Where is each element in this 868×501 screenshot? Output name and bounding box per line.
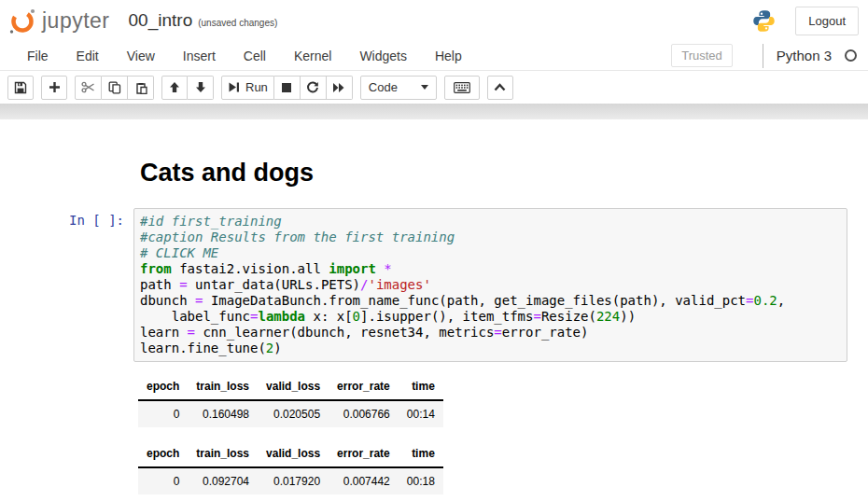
code-line: #caption Results from the first training: [140, 230, 841, 245]
run-label: Run: [245, 80, 268, 94]
run-cell-button[interactable]: Run: [221, 76, 274, 100]
menu-item-file[interactable]: File: [13, 41, 63, 70]
table-cell: 1: [138, 494, 188, 501]
table-cell: 0.027785: [188, 494, 258, 501]
table-row: 00.0927040.0179200.00744200:18: [138, 467, 443, 494]
chevron-up-icon: [494, 83, 506, 91]
code-line: label_func=lambda x: x[0].isupper(), ite…: [140, 309, 841, 325]
command-palette-button[interactable]: [444, 76, 480, 100]
code-line: dbunch = ImageDataBunch.from_name_func(p…: [140, 293, 841, 309]
menu-item-help[interactable]: Help: [421, 41, 476, 70]
keyboard-icon: [454, 82, 470, 93]
arrow-up-icon: [169, 81, 180, 93]
step-forward-icon: [228, 81, 240, 93]
interrupt-kernel-button[interactable]: [274, 76, 301, 100]
cut-cell-button[interactable]: [75, 76, 102, 100]
training-results-table: epochtrain_lossvalid_losserror_ratetime0…: [138, 440, 443, 501]
toolbar: Run Code: [0, 71, 868, 104]
column-header: train_loss: [188, 373, 258, 400]
notebook-title[interactable]: 00_intro: [129, 10, 193, 31]
kernel-name: Python 3: [777, 48, 832, 63]
code-editor[interactable]: #id first_training#caption Results from …: [133, 208, 847, 362]
menu-bar: FileEditViewInsertCellKernelWidgetsHelp …: [0, 41, 868, 71]
table-cell: 00:18: [399, 494, 443, 501]
cell-type-value: Code: [369, 80, 398, 94]
restart-icon: [306, 81, 319, 94]
code-line: from fastai2.vision.all import *: [140, 261, 841, 277]
trusted-badge[interactable]: Trusted: [671, 44, 733, 67]
column-header: valid_loss: [258, 440, 329, 467]
markdown-heading: Cats and dogs: [140, 159, 868, 188]
code-cell: In [ ]: #id first_training#caption Resul…: [0, 208, 868, 362]
toggle-toolbar-button[interactable]: [487, 76, 513, 100]
code-line: learn = cnn_learner(dbunch, resnet34, me…: [140, 325, 841, 341]
table-cell: 00:18: [399, 467, 443, 494]
logout-button[interactable]: Logout: [795, 7, 859, 35]
column-header: time: [399, 373, 443, 400]
cell-type-dropdown[interactable]: Code: [360, 76, 437, 100]
column-header: epoch: [138, 440, 188, 467]
notebook-header: jupyter 00_intro (unsaved changes) Logou…: [0, 0, 868, 41]
training-results-table: epochtrain_lossvalid_losserror_ratetime0…: [138, 373, 443, 427]
notebook-container: Cats and dogs In [ ]: #id first_training…: [0, 119, 868, 501]
table-cell: 0.092704: [188, 467, 258, 494]
menu-item-view[interactable]: View: [113, 41, 169, 70]
restart-run-all-button[interactable]: [327, 76, 353, 100]
move-cell-down-button[interactable]: [188, 76, 214, 100]
menu-item-edit[interactable]: Edit: [63, 41, 113, 70]
code-line: learn.fine_tune(2): [140, 341, 841, 356]
code-line: # CLICK ME: [140, 245, 841, 261]
caret-down-icon: [421, 85, 428, 90]
menu-divider: [763, 44, 763, 68]
table-cell: 0: [138, 400, 188, 427]
table-cell: 0: [138, 467, 188, 494]
save-icon: [14, 81, 27, 94]
menu-item-kernel[interactable]: Kernel: [280, 41, 345, 70]
column-header: epoch: [138, 373, 188, 400]
arrow-down-icon: [195, 81, 206, 93]
save-button[interactable]: [7, 76, 34, 100]
jupyter-logo-text: jupyter: [42, 8, 110, 34]
insert-cell-button[interactable]: [41, 76, 67, 100]
paste-cell-button[interactable]: [128, 76, 154, 100]
column-header: time: [399, 440, 443, 467]
menu-item-widgets[interactable]: Widgets: [345, 41, 421, 70]
column-header: error_rate: [329, 373, 399, 400]
kernel-idle-indicator: [845, 49, 857, 62]
jupyter-logo-icon: [7, 6, 37, 35]
copy-cell-button[interactable]: [102, 76, 128, 100]
table-cell: 0.017920: [258, 467, 329, 494]
menu-items: FileEditViewInsertCellKernelWidgetsHelp: [13, 41, 476, 70]
input-prompt: In [ ]:: [0, 208, 133, 362]
table-row: 00.1604980.0205050.00676600:14: [138, 400, 443, 427]
column-header: train_loss: [188, 440, 258, 467]
scissors-icon: [81, 81, 95, 93]
table-cell: 0.012449: [258, 494, 329, 501]
header-shadow-band: [0, 104, 868, 119]
code-line: path = untar_data(URLs.PETS)/'images': [140, 277, 841, 293]
markdown-cell[interactable]: Cats and dogs: [0, 119, 868, 188]
paste-icon: [134, 81, 147, 94]
plus-icon: [49, 81, 61, 93]
output-area: epochtrain_lossvalid_losserror_ratetime0…: [0, 362, 868, 501]
code-line: #id first_training: [140, 214, 841, 230]
table-row: 10.0277850.0124490.00541300:18: [138, 494, 443, 501]
table-cell: 00:14: [399, 400, 443, 427]
copy-icon: [108, 81, 121, 94]
table-cell: 0.006766: [329, 400, 399, 427]
menu-item-cell[interactable]: Cell: [230, 41, 280, 70]
jupyter-logo[interactable]: jupyter: [7, 6, 110, 35]
restart-kernel-button[interactable]: [301, 76, 327, 100]
table-cell: 0.007442: [329, 467, 399, 494]
checkpoint-status: (unsaved changes): [198, 18, 277, 28]
table-cell: 0.160498: [188, 400, 258, 427]
column-header: error_rate: [329, 440, 399, 467]
column-header: valid_loss: [258, 373, 329, 400]
python-kernel-icon: [751, 8, 777, 34]
menu-item-insert[interactable]: Insert: [169, 41, 230, 70]
stop-icon: [281, 82, 292, 93]
table-cell: 0.020505: [258, 400, 329, 427]
move-cell-up-button[interactable]: [161, 76, 188, 100]
table-cell: 0.005413: [329, 494, 399, 501]
fast-forward-icon: [332, 82, 345, 93]
